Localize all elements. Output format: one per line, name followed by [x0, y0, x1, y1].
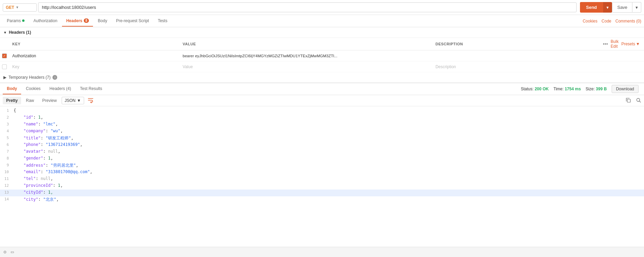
- row0-checkbox-icon[interactable]: ✓: [2, 54, 7, 58]
- code-line-14: 14 "city": "北京",: [0, 196, 644, 202]
- copy-icon[interactable]: [626, 97, 631, 104]
- info-icon: i: [52, 75, 57, 80]
- right-links: Cookies Code Comments (0): [583, 19, 641, 24]
- send-button[interactable]: Send: [580, 2, 603, 13]
- save-dropdown-button[interactable]: ▼: [632, 2, 641, 13]
- tab-headers[interactable]: Headers 8: [62, 16, 93, 27]
- line-number-11: 11: [0, 176, 12, 181]
- svg-rect-0: [627, 99, 630, 102]
- toolbar-right: [626, 97, 641, 104]
- line-content-3: "name": "lmc",: [12, 121, 644, 127]
- method-select[interactable]: GET ▼: [3, 3, 37, 12]
- time-value: 1754 ms: [565, 87, 581, 91]
- line-number-6: 6: [0, 142, 12, 147]
- line-number-14: 14: [0, 196, 12, 201]
- code-line-6: 6 "phone": "136712419369",: [0, 142, 644, 149]
- svg-line-2: [640, 101, 641, 102]
- line-number-4: 4: [0, 128, 12, 133]
- row1-key-cell[interactable]: Key: [10, 64, 180, 69]
- row1-check[interactable]: [0, 64, 10, 69]
- request-tabs: Params Authorization Headers 8 Body Pre-…: [0, 15, 644, 27]
- fmt-tab-preview-label: Preview: [42, 98, 57, 103]
- row1-value-placeholder: Value: [183, 64, 193, 69]
- size-label: Size: 399 B: [586, 87, 607, 91]
- format-label: JSON: [65, 98, 76, 103]
- format-chevron-icon: ▼: [77, 98, 81, 103]
- status-value: 200 OK: [535, 87, 549, 91]
- line-content-14: "city": "北京",: [12, 196, 644, 202]
- code-area: 1{2 "id": 1,3 "name": "lmc",4 "company":…: [0, 106, 644, 202]
- line-content-13: "cityId": 1,: [12, 190, 644, 195]
- temp-headers-title: Temporary Headers (7): [9, 75, 50, 80]
- fmt-tab-raw-label: Raw: [26, 98, 34, 103]
- headers-toggle-icon: ▼: [3, 31, 7, 34]
- row0-check[interactable]: ✓: [0, 54, 10, 58]
- line-number-13: 13: [0, 190, 12, 195]
- line-number-8: 8: [0, 155, 12, 161]
- presets-label: Presets: [621, 42, 635, 46]
- tab-params[interactable]: Params: [3, 16, 29, 27]
- wrap-icon[interactable]: [88, 97, 94, 104]
- fmt-tab-raw[interactable]: Raw: [22, 97, 37, 104]
- send-dropdown-button[interactable]: ▼: [603, 2, 612, 13]
- bulk-edit-button[interactable]: Bulk Edit: [611, 39, 618, 49]
- response-tabs: Body Cookies Headers (4) Test Results St…: [0, 83, 644, 95]
- code-line-11: 11 "tel": null,: [0, 176, 644, 183]
- resp-tab-headers[interactable]: Headers (4): [45, 84, 75, 94]
- line-content-9: "address": "劳药居北里",: [12, 162, 644, 169]
- method-chevron-icon: ▼: [16, 5, 19, 9]
- row0-value-cell: bearer eyJhbGciOiJSUzI1NiIsImtpZCI6IjY4M…: [180, 54, 433, 58]
- row0-value-text: bearer eyJhbGciOiJSUzI1NiIsImtpZCI6IjY4M…: [183, 54, 337, 58]
- size-value: 399 B: [596, 87, 607, 91]
- tab-prerequest[interactable]: Pre-request Script: [112, 16, 153, 27]
- key-col-header: KEY: [10, 42, 180, 46]
- fmt-tab-preview[interactable]: Preview: [39, 97, 60, 104]
- headers-section: ▼ Headers (1) KEY VALUE DESCRIPTION ••• …: [0, 27, 644, 72]
- fmt-tab-pretty[interactable]: Pretty: [3, 97, 21, 104]
- tab-body[interactable]: Body: [94, 16, 111, 27]
- code-line-10: 10 "email": "313801700@qq.com",: [0, 169, 644, 176]
- comments-link[interactable]: Comments (0): [615, 19, 641, 24]
- save-button[interactable]: Save: [612, 2, 632, 13]
- code-line-12: 12 "provinceId": 1,: [0, 183, 644, 190]
- row1-checkbox-icon[interactable]: [2, 64, 7, 69]
- temp-toggle-icon[interactable]: ▶: [3, 75, 6, 80]
- response-status: Status: 200 OK Time: 1754 ms Size: 399 B…: [521, 85, 641, 93]
- download-button[interactable]: Download: [612, 85, 639, 93]
- code-line-5: 5 "title": "研发工程师",: [0, 135, 644, 142]
- tab-prerequest-label: Pre-request Script: [116, 18, 149, 23]
- ellipsis-icon[interactable]: •••: [603, 41, 608, 47]
- header-row-0: ✓ Authorization bearer eyJhbGciOiJSUzI1N…: [0, 50, 644, 61]
- row1-key-placeholder: Key: [12, 64, 19, 69]
- line-number-7: 7: [0, 149, 12, 154]
- cookies-link[interactable]: Cookies: [583, 19, 597, 24]
- row0-key-text: Authorization: [12, 54, 36, 58]
- format-select[interactable]: JSON ▼: [62, 97, 84, 104]
- value-col-header: VALUE: [180, 42, 433, 46]
- status-label: Status: 200 OK: [521, 87, 549, 91]
- line-number-3: 3: [0, 121, 12, 126]
- code-line-8: 8 "gender": 1,: [0, 155, 644, 162]
- actions-col-header: ••• Bulk Edit Presets ▼: [603, 39, 644, 49]
- line-content-10: "email": "313801700@qq.com",: [12, 169, 644, 175]
- headers-table-header: KEY VALUE DESCRIPTION ••• Bulk Edit Pres…: [0, 38, 644, 50]
- headers-badge: 8: [84, 18, 89, 23]
- tab-authorization[interactable]: Authorization: [29, 16, 61, 27]
- row0-key-cell: Authorization: [10, 54, 180, 58]
- url-input[interactable]: [38, 2, 577, 12]
- resp-tab-test-results[interactable]: Test Results: [76, 84, 106, 94]
- tab-tests[interactable]: Tests: [154, 16, 171, 27]
- headers-section-header[interactable]: ▼ Headers (1): [0, 27, 644, 38]
- params-dot-icon: [22, 19, 25, 22]
- code-line-13: 13 "cityId": 1,: [0, 190, 644, 196]
- row1-value-cell[interactable]: Value: [180, 64, 433, 69]
- resp-tab-body[interactable]: Body: [3, 84, 21, 94]
- code-link[interactable]: Code: [601, 19, 611, 24]
- row1-desc-cell[interactable]: Description: [433, 64, 603, 69]
- resp-tab-cookies[interactable]: Cookies: [22, 84, 45, 94]
- presets-button[interactable]: Presets ▼: [621, 42, 640, 46]
- line-number-1: 1: [0, 108, 12, 113]
- tab-params-label: Params: [7, 18, 21, 23]
- search-icon[interactable]: [636, 97, 641, 104]
- tab-body-label: Body: [98, 18, 107, 23]
